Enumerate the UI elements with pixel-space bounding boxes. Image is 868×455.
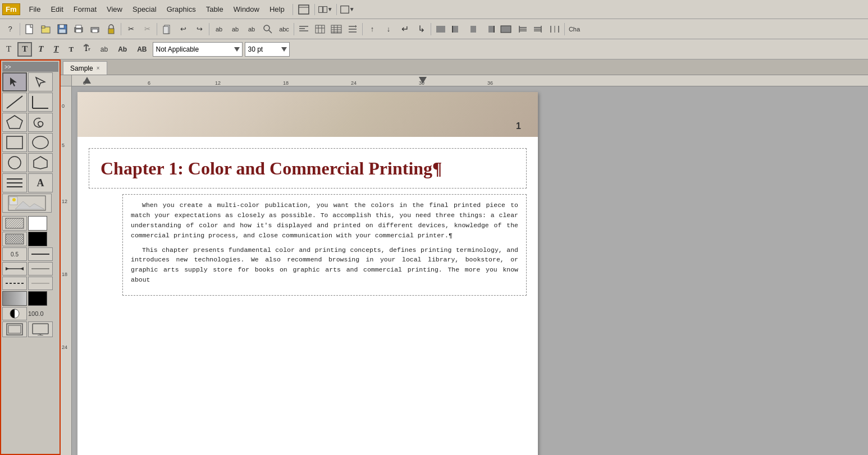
align-right-btn[interactable] bbox=[482, 22, 497, 36]
menu-edit[interactable]: Edit bbox=[46, 3, 67, 15]
menu-table[interactable]: Table bbox=[202, 3, 228, 15]
color-gray-swatch[interactable] bbox=[2, 291, 27, 306]
align-full-btn[interactable] bbox=[498, 22, 514, 36]
font-size-dropdown[interactable]: 30 pt bbox=[245, 42, 290, 57]
opacity-circle-btn[interactable] bbox=[2, 307, 27, 320]
lock-btn[interactable] bbox=[103, 22, 119, 36]
cut2-btn[interactable]: ✂ bbox=[139, 22, 155, 36]
circle-tool[interactable] bbox=[2, 153, 27, 172]
menu-file[interactable]: File bbox=[25, 3, 45, 15]
indent-left-btn[interactable] bbox=[514, 22, 530, 36]
format-ab3[interactable]: AB bbox=[133, 42, 150, 57]
para-down-btn[interactable]: ↓ bbox=[381, 22, 396, 36]
open-btn[interactable] bbox=[38, 22, 54, 36]
lines-tool[interactable] bbox=[2, 173, 27, 192]
para-out-btn[interactable]: ↳ bbox=[413, 22, 429, 36]
help-btn[interactable]: ? bbox=[2, 22, 18, 36]
para-in-btn[interactable]: ↵ bbox=[397, 22, 413, 36]
columns-btn[interactable] bbox=[547, 22, 563, 36]
menu-view[interactable]: View bbox=[102, 3, 127, 15]
fill-white-swatch[interactable] bbox=[28, 216, 47, 231]
print-btn[interactable] bbox=[71, 22, 86, 36]
image-tool[interactable] bbox=[2, 194, 52, 213]
paragraph-style-dropdown[interactable]: Not Applicable bbox=[153, 42, 243, 57]
lasso-tool[interactable] bbox=[28, 113, 53, 132]
format-t-italic[interactable]: T bbox=[34, 42, 47, 57]
align-full-left-btn[interactable] bbox=[433, 22, 449, 36]
paste-btn[interactable] bbox=[159, 22, 175, 36]
stroke-dash-btn[interactable] bbox=[2, 277, 27, 290]
tab-sample[interactable]: Sample × bbox=[63, 61, 107, 75]
page-canvas[interactable]: 1 Chapter 1: Color and Commercial Printi… bbox=[72, 86, 868, 455]
view-frame-btn[interactable] bbox=[2, 321, 27, 337]
menu-separator-1 bbox=[293, 4, 293, 15]
menu-graphics[interactable]: Graphics bbox=[162, 3, 200, 15]
svg-rect-74 bbox=[6, 218, 24, 228]
format-t-sp1[interactable]: T̈ bbox=[65, 42, 78, 57]
content-area: 0 5 12 18 24 1 Chapter 1: Color and Comm bbox=[61, 86, 868, 455]
spellcheck-btn[interactable]: abc bbox=[276, 22, 292, 36]
fill-pattern-btn[interactable] bbox=[2, 232, 27, 246]
polygon-tool[interactable] bbox=[2, 113, 27, 132]
toolbox-header[interactable]: >> bbox=[2, 62, 58, 72]
align-left-btn[interactable] bbox=[296, 22, 312, 36]
search-btn[interactable] bbox=[260, 22, 276, 36]
sort-btn[interactable] bbox=[345, 22, 360, 36]
fill-black-swatch[interactable] bbox=[28, 232, 47, 246]
view-mode-icon[interactable]: ▼ bbox=[318, 3, 333, 16]
ellipse-tool[interactable] bbox=[28, 133, 53, 152]
fm-logo[interactable]: Fm bbox=[2, 3, 20, 15]
spell-btn[interactable]: ab bbox=[211, 22, 227, 36]
menu-special[interactable]: Special bbox=[128, 3, 161, 15]
indent-right-btn[interactable] bbox=[531, 22, 546, 36]
para-up-btn[interactable]: ↑ bbox=[364, 22, 380, 36]
grid-btn[interactable] bbox=[328, 22, 344, 36]
line-tool[interactable] bbox=[2, 93, 27, 112]
stroke-line-btn[interactable] bbox=[28, 247, 53, 261]
window-layout-icon[interactable] bbox=[296, 3, 311, 16]
format-t-sp2[interactable]: T̈r bbox=[80, 42, 94, 57]
char-catalog-btn[interactable]: Cha bbox=[567, 22, 582, 36]
menu-bar: Fm File Edit Format View Special Graphic… bbox=[0, 0, 868, 19]
menu-format[interactable]: Format bbox=[69, 3, 101, 15]
align-left2-btn[interactable] bbox=[449, 22, 465, 36]
view-monitor-btn[interactable] bbox=[28, 321, 53, 337]
arrow-tool[interactable] bbox=[28, 72, 53, 91]
format-btn[interactable]: ab bbox=[227, 22, 243, 36]
ruler-tick-18: 18 bbox=[283, 80, 289, 86]
undo-btn[interactable]: ↩ bbox=[175, 22, 191, 36]
cut-btn[interactable]: ✂ bbox=[123, 22, 139, 36]
view-single-icon[interactable]: ▼ bbox=[340, 3, 355, 16]
format-ab[interactable]: ab bbox=[97, 42, 112, 57]
text-tool[interactable]: A bbox=[28, 173, 53, 192]
ref-btn[interactable]: ab bbox=[244, 22, 259, 36]
hex-tool[interactable] bbox=[28, 153, 53, 172]
color-black-swatch[interactable] bbox=[28, 291, 47, 306]
stroke-arrows-btn[interactable] bbox=[2, 262, 27, 275]
svg-marker-57 bbox=[10, 77, 17, 86]
fill-hatch-btn[interactable] bbox=[2, 216, 27, 231]
format-t-normal[interactable]: T bbox=[2, 42, 15, 57]
ruler-vertical: 0 5 12 18 24 bbox=[61, 86, 72, 455]
redo-btn[interactable]: ↪ bbox=[191, 22, 207, 36]
rect-tool[interactable] bbox=[2, 133, 27, 152]
ruler-tick-36: 36 bbox=[487, 80, 493, 86]
table-btn[interactable] bbox=[312, 22, 328, 36]
stroke-weight-btn[interactable]: 0.5 bbox=[2, 247, 27, 261]
save-btn[interactable] bbox=[54, 22, 70, 36]
new-doc-btn[interactable] bbox=[22, 22, 38, 36]
stroke-thin-btn[interactable] bbox=[28, 277, 53, 290]
format-ab2[interactable]: Ab bbox=[114, 42, 131, 57]
menu-help[interactable]: Help bbox=[265, 3, 289, 15]
menu-window[interactable]: Window bbox=[229, 3, 264, 15]
svg-rect-3 bbox=[323, 6, 327, 12]
print2-btn[interactable] bbox=[87, 22, 103, 36]
tab-close-btn[interactable]: × bbox=[97, 65, 100, 71]
tool-row-1 bbox=[2, 72, 58, 91]
select-tool[interactable] bbox=[2, 72, 27, 91]
format-t-bold[interactable]: T bbox=[17, 42, 32, 57]
angle-tool[interactable] bbox=[28, 93, 53, 112]
align-center-btn[interactable] bbox=[465, 22, 481, 36]
format-t-italic-under[interactable]: T bbox=[49, 42, 62, 57]
stroke-line2-btn[interactable] bbox=[28, 262, 53, 275]
